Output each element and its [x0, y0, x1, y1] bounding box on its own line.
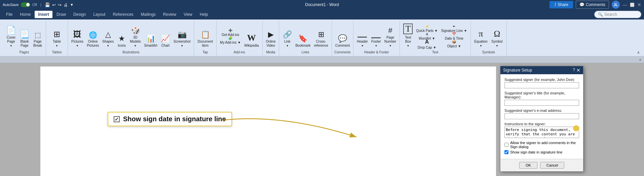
signature-line-button[interactable]: ✒ Signature Line ▼ — [440, 25, 468, 32]
menu-file[interactable]: File — [3, 11, 16, 18]
page-break-button[interactable]: ⬚ PageBreak — [32, 24, 44, 48]
suggested-signer-label: Suggested signer (for example, John Doe)… — [504, 78, 579, 82]
highlight-dot — [573, 125, 579, 131]
window-restore[interactable]: ⬜ — [630, 3, 635, 7]
show-sign-date-label: Show sign date in signature line — [510, 150, 562, 154]
menu-review[interactable]: Review — [160, 11, 180, 18]
shapes-label: Shapes — [102, 40, 114, 44]
dialog-help-icon[interactable]: ? — [573, 68, 575, 73]
ok-button[interactable]: OK — [519, 162, 537, 169]
menu-home[interactable]: Home — [16, 11, 34, 18]
share-button[interactable]: ⤴ Share — [550, 1, 573, 8]
header-button[interactable]: Header ▼ — [355, 24, 369, 48]
shapes-arrow: ▼ — [107, 44, 109, 48]
save-icon[interactable]: 💾 — [45, 2, 50, 7]
symbol-button[interactable]: Ω Symbol ▼ — [490, 24, 504, 48]
bookmark-button[interactable]: 🔖 Bookmark — [294, 24, 312, 48]
dialog-title: Signature Setup — [503, 68, 532, 73]
print-icon[interactable]: 🖨 — [64, 2, 68, 7]
text-box-icon: T — [403, 24, 413, 35]
menu-draw[interactable]: Draw — [53, 11, 69, 18]
icons-button[interactable]: ★ Icons — [116, 24, 128, 48]
show-sign-date-checkbox[interactable] — [504, 150, 508, 154]
shapes-button[interactable]: △ Shapes ▼ — [101, 24, 115, 48]
pictures-button[interactable]: 🖼 Pictures ▼ — [70, 24, 85, 48]
chart-button[interactable]: 📈 Chart — [159, 24, 172, 48]
smartart-button[interactable]: 📊 SmartArt — [143, 24, 158, 48]
dialog-footer: OK Cancel — [500, 159, 583, 171]
cover-page-arrow: ▼ — [10, 44, 12, 48]
menu-mailings[interactable]: Mailings — [138, 11, 159, 18]
online-pictures-label: OnlinePictures — [87, 40, 99, 48]
table-button[interactable]: ⊞ Table ▼ — [48, 24, 66, 48]
allow-comments-checkbox[interactable] — [504, 143, 508, 147]
window-close[interactable]: ✕ — [637, 2, 641, 7]
chart-icon: 📈 — [161, 35, 170, 42]
screenshot-button[interactable]: 📷 Screenshot ▼ — [172, 24, 192, 48]
tap-items: 📋 DocumentItem — [196, 21, 214, 50]
document-item-button[interactable]: 📋 DocumentItem — [196, 24, 214, 48]
undo-icon[interactable]: ↩ — [52, 2, 56, 7]
link-button[interactable]: 🔗 Link ▼ — [281, 24, 293, 48]
online-pictures-button[interactable]: 🌐 OnlinePictures — [85, 24, 100, 48]
more-icon[interactable]: ▼ — [70, 3, 74, 7]
cancel-button[interactable]: Cancel — [540, 162, 564, 169]
links-items: 🔗 Link ▼ 🔖 Bookmark ⊞ Cross-reference — [281, 21, 329, 50]
my-addins-button[interactable]: 🧩 My Add-ins ▼ — [219, 37, 242, 44]
suggested-email-input[interactable] — [504, 113, 579, 119]
search-bar[interactable]: 🔍 Search — [594, 11, 641, 18]
wikipedia-label: Wikipedia — [244, 44, 259, 48]
collapse-ribbon-button[interactable]: ∧ — [637, 50, 640, 55]
get-addins-button[interactable]: ➕ Get Add-ins — [219, 29, 242, 36]
menu-insert[interactable]: Insert — [35, 11, 52, 18]
suggested-title-input[interactable] — [504, 100, 579, 106]
comments-button[interactable]: 💬 Comments — [576, 1, 609, 9]
ribbon-group-text: T TextBox ▼ ⚡ Quick Parts ▼ A WordArt ▼ … — [400, 21, 471, 56]
online-video-button[interactable]: ▶ OnlineVideo — [265, 24, 277, 48]
header-icon — [357, 37, 367, 38]
dialog-close-button[interactable]: ✕ — [576, 68, 580, 73]
wikipedia-button[interactable]: W Wikipedia — [243, 24, 260, 48]
equation-button[interactable]: π Equation ▼ — [473, 24, 489, 48]
drop-cap-button[interactable]: A Drop Cap ▼ — [415, 40, 439, 48]
cover-page-button[interactable]: 📄 CoverPage ▼ — [5, 24, 17, 48]
quick-parts-button[interactable]: ⚡ Quick Parts ▼ — [415, 25, 439, 32]
suggested-signer-input[interactable] — [504, 82, 579, 88]
redo-icon[interactable]: ↪ — [58, 2, 62, 7]
avatar[interactable]: JL — [612, 1, 620, 9]
window-minimize[interactable]: — — [622, 2, 627, 7]
menu-references[interactable]: References — [109, 11, 137, 18]
blank-page-button[interactable]: 📃 BlankPage — [18, 24, 31, 48]
pictures-icon: 🖼 — [73, 30, 81, 38]
text-box-button[interactable]: T TextBox ▼ — [402, 24, 414, 48]
autosave-state: Off — [32, 3, 37, 7]
icons-label: Icons — [118, 44, 126, 48]
menu-layout[interactable]: Layout — [90, 11, 109, 18]
online-video-label: OnlineVideo — [266, 40, 276, 48]
share-icon: ⤴ — [554, 2, 556, 7]
3d-models-button[interactable]: 🎲 3DModels ▼ — [128, 24, 142, 48]
suggested-title-label: Suggested signer's title (for example, M… — [504, 91, 579, 99]
autosave-toggle[interactable] — [21, 2, 30, 7]
object-button[interactable]: 📦 Object ▼ — [440, 40, 468, 48]
menu-view[interactable]: View — [180, 11, 196, 18]
menu-help[interactable]: Help — [196, 11, 212, 18]
callout-checkbox: ✓ — [114, 116, 120, 122]
page-number-button[interactable]: # PageNumber ▼ — [383, 24, 398, 48]
suggested-email-label: Suggested signer's e-mail address: — [504, 108, 579, 113]
page-number-icon: # — [388, 27, 392, 34]
instructions-label: Instructions to the signer: — [504, 122, 579, 126]
date-time-button[interactable]: 📅 Date & Time — [440, 33, 468, 40]
comment-button[interactable]: 💬 Comment — [334, 24, 351, 48]
title-bar: AutoSave Off | 💾 ↩ ↪ 🖨 ▼ Document1 - Wor… — [0, 0, 644, 9]
collapse-chevron-icon[interactable]: ∧ — [639, 58, 641, 61]
allow-comments-label: Allow the signer to add comments in the … — [510, 141, 579, 149]
cross-reference-button[interactable]: ⊞ Cross-reference — [312, 24, 329, 48]
page-break-icon: ⬚ — [35, 32, 41, 38]
footer-button[interactable]: Footer ▼ — [370, 24, 382, 48]
menu-design[interactable]: Design — [70, 11, 89, 18]
allow-comments-row: Allow the signer to add comments in the … — [504, 141, 579, 149]
text-items: T TextBox ▼ ⚡ Quick Parts ▼ A WordArt ▼ … — [402, 21, 468, 50]
instructions-textarea[interactable]: Before signing this document, verify tha… — [504, 127, 579, 138]
get-addins-icon: ➕ — [228, 29, 232, 32]
